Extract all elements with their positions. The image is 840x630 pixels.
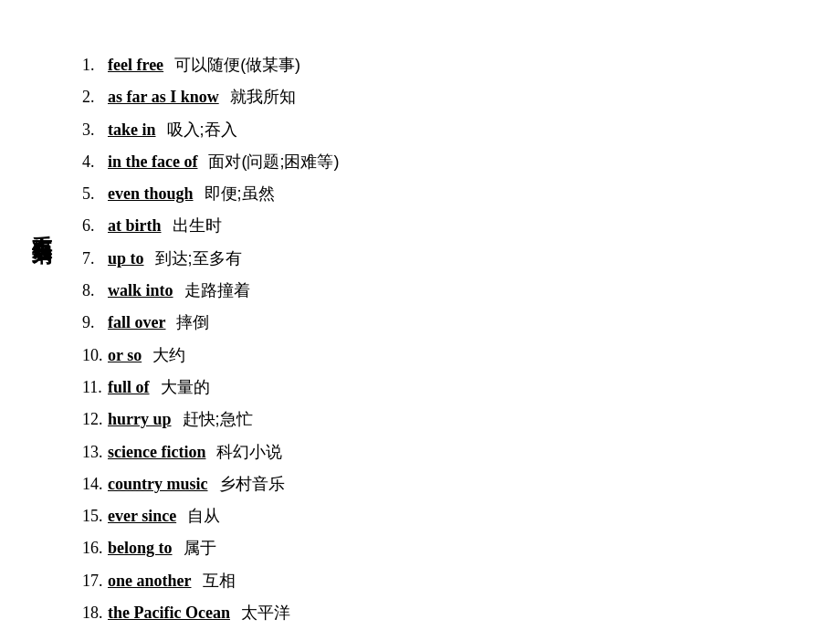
phrase-chinese: 互相 bbox=[203, 566, 236, 596]
phrase-chinese: 即便;虽然 bbox=[205, 179, 275, 209]
phrase-item: 1.feel free可以随便(做某事) bbox=[82, 50, 339, 80]
phrase-english: take in bbox=[108, 115, 156, 145]
phrase-number: 16. bbox=[82, 533, 108, 563]
phrase-item: 5.even though即便;虽然 bbox=[82, 179, 339, 209]
phrase-number: 4. bbox=[82, 147, 108, 177]
phrase-item: 12.hurry up赶快;急忙 bbox=[82, 404, 339, 435]
phrase-chinese: 吸入;吞入 bbox=[167, 115, 237, 145]
phrase-chinese: 乡村音乐 bbox=[219, 469, 285, 499]
phrase-english: in the face of bbox=[108, 147, 197, 177]
phrase-item: 11.full of大量的 bbox=[82, 373, 339, 403]
phrase-chinese: 摔倒 bbox=[176, 308, 209, 338]
phrase-number: 13. bbox=[82, 437, 108, 467]
phrase-english: as far as I know bbox=[108, 82, 219, 112]
phrase-number: 9. bbox=[82, 308, 108, 338]
sidebar-label: 重点短语归纳 bbox=[27, 219, 56, 230]
phrase-english: country music bbox=[108, 469, 208, 499]
phrase-item: 2.as far as I know就我所知 bbox=[82, 82, 339, 112]
phrase-number: 18. bbox=[82, 598, 108, 628]
phrase-chinese: 出生时 bbox=[173, 211, 222, 241]
phrase-english: ever since bbox=[108, 501, 176, 531]
phrase-english: walk into bbox=[108, 276, 173, 306]
phrase-number: 11. bbox=[82, 373, 108, 403]
phrase-chinese: 大约 bbox=[152, 341, 185, 371]
phrase-chinese: 到达;至多有 bbox=[155, 244, 242, 274]
phrase-number: 12. bbox=[82, 404, 108, 435]
phrase-item: 15.ever since自从 bbox=[82, 501, 339, 531]
phrase-item: 8.walk into走路撞着 bbox=[82, 276, 339, 306]
phrase-english: or so bbox=[108, 341, 142, 371]
phrase-number: 10. bbox=[82, 341, 108, 371]
phrase-item: 3.take in吸入;吞入 bbox=[82, 115, 339, 145]
phrase-chinese: 科幻小说 bbox=[216, 437, 282, 467]
phrase-english: hurry up bbox=[108, 404, 172, 435]
phrase-chinese: 自从 bbox=[187, 501, 220, 531]
page-container: 重点短语归纳 1.feel free可以随便(做某事)2.as far as I… bbox=[0, 0, 840, 630]
content-area: 1.feel free可以随便(做某事)2.as far as I know就我… bbox=[82, 50, 339, 630]
phrase-item: 4.in the face of面对(问题;困难等) bbox=[82, 147, 339, 177]
phrase-english: full of bbox=[108, 373, 150, 403]
phrase-english: fall over bbox=[108, 308, 165, 338]
phrase-english: up to bbox=[108, 244, 144, 274]
phrase-item: 7.up to到达;至多有 bbox=[82, 244, 339, 274]
phrase-number: 5. bbox=[82, 179, 108, 209]
phrase-english: belong to bbox=[108, 533, 173, 563]
phrase-chinese: 大量的 bbox=[161, 373, 210, 403]
phrase-item: 10.or so大约 bbox=[82, 341, 339, 371]
phrase-chinese: 就我所知 bbox=[230, 82, 296, 112]
phrase-english: science fiction bbox=[108, 437, 205, 467]
phrase-english: feel free bbox=[108, 50, 163, 80]
phrase-item: 14.country music乡村音乐 bbox=[82, 469, 339, 499]
phrase-chinese: 赶快;急忙 bbox=[183, 404, 253, 435]
phrase-item: 13.science fiction科幻小说 bbox=[82, 437, 339, 467]
phrase-chinese: 可以随便(做某事) bbox=[174, 50, 300, 80]
phrase-item: 17.one another互相 bbox=[82, 566, 339, 596]
phrase-number: 6. bbox=[82, 211, 108, 241]
phrase-english: one another bbox=[108, 566, 192, 596]
phrase-number: 3. bbox=[82, 115, 108, 145]
phrase-number: 1. bbox=[82, 50, 108, 80]
phrase-english: the Pacific Ocean bbox=[108, 598, 230, 628]
phrase-item: 6.at birth出生时 bbox=[82, 211, 339, 241]
phrase-number: 17. bbox=[82, 566, 108, 596]
phrase-item: 9.fall over摔倒 bbox=[82, 308, 339, 338]
phrase-item: 16.belong to属于 bbox=[82, 533, 339, 563]
phrase-chinese: 面对(问题;困难等) bbox=[208, 147, 339, 177]
phrase-chinese: 太平洋 bbox=[241, 598, 290, 628]
phrase-number: 8. bbox=[82, 276, 108, 306]
phrase-chinese: 走路撞着 bbox=[184, 276, 250, 306]
phrase-number: 14. bbox=[82, 469, 108, 499]
phrase-chinese: 属于 bbox=[184, 533, 216, 563]
phrase-number: 15. bbox=[82, 501, 108, 531]
phrase-item: 18.the Pacific Ocean太平洋 bbox=[82, 598, 339, 628]
phrase-english: even though bbox=[108, 179, 194, 209]
phrase-number: 2. bbox=[82, 82, 108, 112]
phrase-number: 7. bbox=[82, 244, 108, 274]
phrase-english: at birth bbox=[108, 211, 162, 241]
